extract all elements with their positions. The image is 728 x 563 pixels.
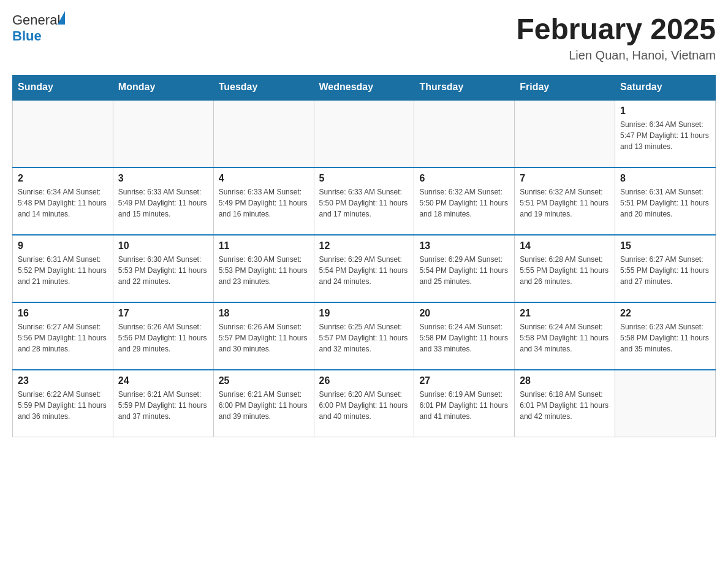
day-info: Sunrise: 6:24 AM Sunset: 5:58 PM Dayligh… <box>520 321 610 354</box>
calendar-cell: 15Sunrise: 6:27 AM Sunset: 5:55 PM Dayli… <box>615 235 716 302</box>
day-info: Sunrise: 6:32 AM Sunset: 5:50 PM Dayligh… <box>419 186 509 220</box>
day-number: 10 <box>118 240 208 251</box>
calendar-subtitle: Lien Quan, Hanoi, Vietnam <box>516 48 716 63</box>
column-header-sunday: Sunday <box>13 75 113 100</box>
logo-blue-text: Blue <box>12 28 42 44</box>
calendar-cell: 14Sunrise: 6:28 AM Sunset: 5:55 PM Dayli… <box>515 235 615 302</box>
day-info: Sunrise: 6:30 AM Sunset: 5:53 PM Dayligh… <box>118 254 208 287</box>
calendar-cell: 18Sunrise: 6:26 AM Sunset: 5:57 PM Dayli… <box>213 302 314 370</box>
day-number: 6 <box>419 173 509 184</box>
calendar-cell: 9Sunrise: 6:31 AM Sunset: 5:52 PM Daylig… <box>13 235 113 302</box>
calendar-cell: 22Sunrise: 6:23 AM Sunset: 5:58 PM Dayli… <box>615 302 716 370</box>
calendar-cell: 12Sunrise: 6:29 AM Sunset: 5:54 PM Dayli… <box>314 235 414 302</box>
day-number: 26 <box>319 375 409 386</box>
column-header-tuesday: Tuesday <box>213 75 314 100</box>
calendar-cell: 10Sunrise: 6:30 AM Sunset: 5:53 PM Dayli… <box>113 235 213 302</box>
calendar-cell <box>213 100 314 167</box>
day-number: 16 <box>18 308 108 319</box>
calendar-cell: 8Sunrise: 6:31 AM Sunset: 5:51 PM Daylig… <box>615 167 716 235</box>
day-number: 27 <box>419 375 509 386</box>
calendar-header-row: SundayMondayTuesdayWednesdayThursdayFrid… <box>13 75 716 100</box>
calendar-cell <box>615 370 716 437</box>
calendar-cell: 27Sunrise: 6:19 AM Sunset: 6:01 PM Dayli… <box>414 370 515 437</box>
day-info: Sunrise: 6:27 AM Sunset: 5:55 PM Dayligh… <box>620 254 710 287</box>
page-header: General Blue February 2025 Lien Quan, Ha… <box>12 12 716 63</box>
calendar-cell: 7Sunrise: 6:32 AM Sunset: 5:51 PM Daylig… <box>515 167 615 235</box>
calendar-cell: 3Sunrise: 6:33 AM Sunset: 5:49 PM Daylig… <box>113 167 213 235</box>
day-number: 12 <box>319 240 409 251</box>
calendar-cell: 21Sunrise: 6:24 AM Sunset: 5:58 PM Dayli… <box>515 302 615 370</box>
day-number: 22 <box>620 308 710 319</box>
day-number: 19 <box>319 308 409 319</box>
day-info: Sunrise: 6:31 AM Sunset: 5:52 PM Dayligh… <box>18 254 108 287</box>
calendar-cell: 17Sunrise: 6:26 AM Sunset: 5:56 PM Dayli… <box>113 302 213 370</box>
calendar-title: February 2025 <box>516 12 716 46</box>
calendar-table: SundayMondayTuesdayWednesdayThursdayFrid… <box>12 75 716 437</box>
day-info: Sunrise: 6:28 AM Sunset: 5:55 PM Dayligh… <box>520 254 610 287</box>
day-number: 24 <box>118 375 208 386</box>
column-header-saturday: Saturday <box>615 75 716 100</box>
day-info: Sunrise: 6:22 AM Sunset: 5:59 PM Dayligh… <box>18 389 108 422</box>
day-number: 20 <box>419 308 509 319</box>
day-number: 17 <box>118 308 208 319</box>
day-info: Sunrise: 6:29 AM Sunset: 5:54 PM Dayligh… <box>419 254 509 287</box>
calendar-cell: 1Sunrise: 6:34 AM Sunset: 5:47 PM Daylig… <box>615 100 716 167</box>
calendar-week-row: 1Sunrise: 6:34 AM Sunset: 5:47 PM Daylig… <box>13 100 716 167</box>
day-info: Sunrise: 6:27 AM Sunset: 5:56 PM Dayligh… <box>18 321 108 354</box>
calendar-cell: 24Sunrise: 6:21 AM Sunset: 5:59 PM Dayli… <box>113 370 213 437</box>
day-number: 7 <box>520 173 610 184</box>
day-number: 13 <box>419 240 509 251</box>
calendar-cell <box>314 100 414 167</box>
day-info: Sunrise: 6:33 AM Sunset: 5:49 PM Dayligh… <box>219 186 309 220</box>
day-number: 21 <box>520 308 610 319</box>
calendar-cell: 11Sunrise: 6:30 AM Sunset: 5:53 PM Dayli… <box>213 235 314 302</box>
calendar-cell: 25Sunrise: 6:21 AM Sunset: 6:00 PM Dayli… <box>213 370 314 437</box>
calendar-cell: 5Sunrise: 6:33 AM Sunset: 5:50 PM Daylig… <box>314 167 414 235</box>
day-number: 23 <box>18 375 108 386</box>
day-number: 8 <box>620 173 710 184</box>
calendar-cell: 4Sunrise: 6:33 AM Sunset: 5:49 PM Daylig… <box>213 167 314 235</box>
calendar-cell: 19Sunrise: 6:25 AM Sunset: 5:57 PM Dayli… <box>314 302 414 370</box>
calendar-week-row: 2Sunrise: 6:34 AM Sunset: 5:48 PM Daylig… <box>13 167 716 235</box>
day-info: Sunrise: 6:32 AM Sunset: 5:51 PM Dayligh… <box>520 186 610 220</box>
calendar-week-row: 23Sunrise: 6:22 AM Sunset: 5:59 PM Dayli… <box>13 370 716 437</box>
day-number: 5 <box>319 173 409 184</box>
day-number: 14 <box>520 240 610 251</box>
day-info: Sunrise: 6:33 AM Sunset: 5:50 PM Dayligh… <box>319 186 409 220</box>
day-number: 18 <box>219 308 309 319</box>
title-section: February 2025 Lien Quan, Hanoi, Vietnam <box>516 12 716 63</box>
column-header-wednesday: Wednesday <box>314 75 414 100</box>
day-number: 3 <box>118 173 208 184</box>
column-header-thursday: Thursday <box>414 75 515 100</box>
calendar-cell: 16Sunrise: 6:27 AM Sunset: 5:56 PM Dayli… <box>13 302 113 370</box>
day-info: Sunrise: 6:23 AM Sunset: 5:58 PM Dayligh… <box>620 321 710 354</box>
column-header-friday: Friday <box>515 75 615 100</box>
column-header-monday: Monday <box>113 75 213 100</box>
day-info: Sunrise: 6:25 AM Sunset: 5:57 PM Dayligh… <box>319 321 409 354</box>
day-info: Sunrise: 6:18 AM Sunset: 6:01 PM Dayligh… <box>520 389 610 422</box>
calendar-cell: 26Sunrise: 6:20 AM Sunset: 6:00 PM Dayli… <box>314 370 414 437</box>
day-info: Sunrise: 6:31 AM Sunset: 5:51 PM Dayligh… <box>620 186 710 220</box>
calendar-cell: 6Sunrise: 6:32 AM Sunset: 5:50 PM Daylig… <box>414 167 515 235</box>
calendar-cell <box>515 100 615 167</box>
day-number: 4 <box>219 173 309 184</box>
calendar-cell: 23Sunrise: 6:22 AM Sunset: 5:59 PM Dayli… <box>13 370 113 437</box>
day-info: Sunrise: 6:21 AM Sunset: 6:00 PM Dayligh… <box>219 389 309 422</box>
day-number: 25 <box>219 375 309 386</box>
day-number: 1 <box>620 105 710 117</box>
day-info: Sunrise: 6:24 AM Sunset: 5:58 PM Dayligh… <box>419 321 509 354</box>
logo-triangle-icon <box>58 11 65 25</box>
day-info: Sunrise: 6:20 AM Sunset: 6:00 PM Dayligh… <box>319 389 409 422</box>
day-number: 2 <box>18 173 108 184</box>
day-number: 15 <box>620 240 710 251</box>
logo-general-text: General <box>12 12 60 28</box>
calendar-cell: 20Sunrise: 6:24 AM Sunset: 5:58 PM Dayli… <box>414 302 515 370</box>
calendar-cell: 13Sunrise: 6:29 AM Sunset: 5:54 PM Dayli… <box>414 235 515 302</box>
day-info: Sunrise: 6:26 AM Sunset: 5:57 PM Dayligh… <box>219 321 309 354</box>
day-number: 11 <box>219 240 309 251</box>
day-info: Sunrise: 6:30 AM Sunset: 5:53 PM Dayligh… <box>219 254 309 287</box>
calendar-cell: 28Sunrise: 6:18 AM Sunset: 6:01 PM Dayli… <box>515 370 615 437</box>
calendar-cell: 2Sunrise: 6:34 AM Sunset: 5:48 PM Daylig… <box>13 167 113 235</box>
day-info: Sunrise: 6:34 AM Sunset: 5:48 PM Dayligh… <box>18 186 108 220</box>
calendar-cell <box>13 100 113 167</box>
